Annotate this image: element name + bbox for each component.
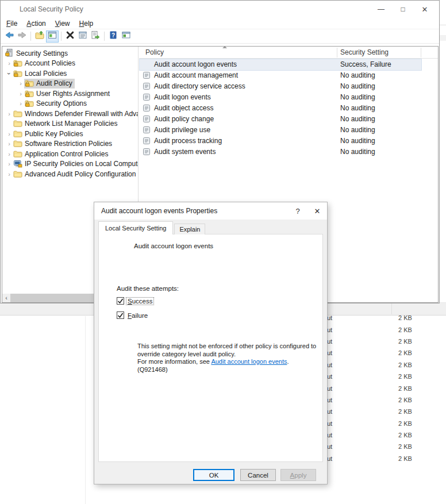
column-header-security-setting[interactable]: Security Setting	[340, 48, 389, 56]
tree-item-body[interactable]: Software Restriction Policies	[13, 139, 114, 149]
checkmark-icon	[117, 296, 124, 306]
help-icon[interactable]: ?	[288, 202, 307, 220]
tree-item[interactable]: ›Account Policies	[2, 59, 138, 69]
tree-item-body[interactable]: Security Settings	[4, 48, 70, 58]
close-icon[interactable]: ✕	[414, 1, 436, 18]
tree-item[interactable]: ›Windows Defender Firewall with Adva	[2, 109, 138, 119]
maximize-icon[interactable]: □	[392, 1, 414, 18]
tree-item[interactable]: ›IP Security Policies on Local Compute	[2, 159, 138, 170]
help-icon: ?	[109, 30, 118, 42]
up-folder-button[interactable]	[33, 30, 46, 43]
tree-item[interactable]: ›Security Options	[2, 99, 138, 109]
file-size: 2 KB	[398, 397, 412, 403]
policy-row[interactable]: Audit logon eventsNo auditing	[139, 91, 438, 102]
tab-explain[interactable]: Explain	[174, 224, 205, 234]
file-row[interactable]: ut2 KB	[325, 441, 445, 452]
tree-item-selected-body[interactable]: Audit Policy	[24, 79, 75, 89]
folder-icon	[13, 120, 23, 128]
chevron-right-icon[interactable]: ›	[6, 160, 13, 167]
properties-list-button[interactable]	[76, 30, 89, 43]
tree-item[interactable]: ›Application Control Policies	[2, 149, 138, 159]
tree-item[interactable]: ›Public Key Policies	[2, 129, 138, 139]
menu-help[interactable]: Help	[75, 18, 98, 29]
menu-file[interactable]: File	[2, 18, 22, 29]
chevron-right-icon[interactable]: ›	[6, 60, 13, 67]
file-name: ut	[325, 432, 398, 438]
file-row[interactable]: ut2 KB	[325, 394, 445, 406]
file-row[interactable]: ut2 KB	[325, 371, 445, 382]
chevron-down-icon[interactable]: ›	[6, 70, 13, 77]
tree-item[interactable]: ›Local Policies	[2, 68, 138, 79]
menu-view[interactable]: View	[51, 18, 75, 29]
tree-item-body[interactable]: Security Options	[24, 99, 89, 109]
chevron-right-icon[interactable]: ›	[17, 100, 24, 107]
forward-button[interactable]	[16, 30, 28, 43]
policy-row[interactable]: Audit account managementNo auditing	[139, 70, 438, 80]
tree-item-body[interactable]: IP Security Policies on Local Compute	[13, 159, 139, 169]
ok-button[interactable]: OK	[193, 469, 234, 481]
file-row[interactable]: ut2 KB	[325, 324, 445, 335]
file-row[interactable]: ut2 KB	[325, 429, 445, 441]
console-tree-button[interactable]	[46, 30, 59, 43]
chevron-right-icon[interactable]: ›	[17, 80, 24, 87]
chevron-right-icon[interactable]: ›	[17, 90, 24, 97]
tree-item[interactable]: Network List Manager Policies	[2, 119, 138, 129]
tree-item-body[interactable]: Local Policies	[13, 68, 69, 78]
delete-button[interactable]	[64, 30, 76, 43]
file-row[interactable]: ut2 KB	[325, 382, 445, 394]
title-bar[interactable]: Local Security Policy — □ ✕	[1, 1, 439, 18]
file-row[interactable]: ut2 KB	[325, 418, 445, 429]
new-window-button[interactable]	[120, 30, 132, 43]
tree-item-body[interactable]: Windows Defender Firewall with Adva	[13, 109, 139, 118]
menu-action[interactable]: Action	[22, 18, 50, 29]
file-row[interactable]: ut2 KB	[325, 336, 445, 347]
dialog-title-bar[interactable]: Audit account logon events Properties ? …	[94, 202, 327, 220]
file-row[interactable]: ut2 KB	[325, 453, 445, 464]
policy-row[interactable]: Audit process trackingNo auditing	[139, 135, 438, 146]
scroll-left-icon[interactable]: ‹	[2, 294, 10, 302]
minimize-icon[interactable]: —	[370, 1, 392, 18]
back-button[interactable]	[3, 30, 16, 43]
failure-checkbox-label[interactable]: Failure	[126, 312, 149, 319]
tree-item-body[interactable]: Public Key Policies	[13, 129, 85, 138]
folder-icon	[13, 149, 23, 158]
tree-item-body[interactable]: Application Control Policies	[13, 149, 110, 159]
chevron-right-icon[interactable]: ›	[6, 151, 13, 157]
tree-item[interactable]: ›Advanced Audit Policy Configuration	[2, 169, 138, 179]
success-checkbox[interactable]	[117, 297, 124, 305]
close-icon[interactable]: ✕	[307, 202, 327, 220]
tree-item[interactable]: ›User Rights Assignment	[2, 89, 138, 99]
tree-item[interactable]: ›Software Restriction Policies	[2, 139, 138, 149]
tree-item-body[interactable]: Account Policies	[13, 59, 78, 68]
chevron-right-icon[interactable]: ›	[6, 171, 13, 178]
column-header-policy[interactable]: Policy	[145, 48, 164, 56]
kb-article-link[interactable]: Audit account logon events	[211, 358, 287, 365]
chevron-right-icon[interactable]: ›	[6, 110, 13, 117]
tree-item-body[interactable]: User Rights Assignment	[24, 89, 112, 98]
tree-item-body[interactable]: Network List Manager Policies	[13, 119, 120, 129]
tree-item-body[interactable]: Advanced Audit Policy Configuration	[13, 169, 138, 179]
policy-row[interactable]: Audit privilege useNo auditing	[139, 124, 438, 135]
policy-row[interactable]: Audit system eventsNo auditing	[139, 146, 438, 157]
file-row[interactable]: ut2 KB	[325, 359, 445, 371]
tree-item[interactable]: ›Audit Policy	[2, 79, 138, 89]
header-divider[interactable]	[337, 48, 337, 57]
tab-local-security-setting[interactable]: Local Security Setting	[98, 221, 173, 234]
scrollbar-thumb[interactable]	[10, 294, 97, 302]
failure-checkbox[interactable]	[117, 311, 124, 319]
help-button[interactable]: ?	[107, 30, 120, 43]
export-list-button[interactable]	[89, 30, 102, 43]
properties-dialog: Audit account logon events Properties ? …	[94, 202, 328, 484]
policy-row[interactable]: Audit policy changeNo auditing	[139, 113, 438, 124]
file-row[interactable]: ut2 KB	[325, 406, 445, 417]
header-divider[interactable]	[421, 48, 421, 57]
policy-row[interactable]: Audit object accessNo auditing	[139, 102, 438, 113]
tree-item[interactable]: Security Settings	[2, 48, 138, 59]
policy-row[interactable]: Audit directory service accessNo auditin…	[139, 80, 438, 91]
success-checkbox-label[interactable]: Success	[126, 298, 153, 305]
file-row[interactable]: ut2 KB	[325, 347, 445, 359]
cancel-button[interactable]: Cancel	[240, 469, 276, 481]
policy-row[interactable]: Audit account logon eventsSuccess, Failu…	[139, 59, 438, 70]
chevron-right-icon[interactable]: ›	[6, 130, 13, 137]
chevron-right-icon[interactable]: ›	[6, 140, 13, 147]
